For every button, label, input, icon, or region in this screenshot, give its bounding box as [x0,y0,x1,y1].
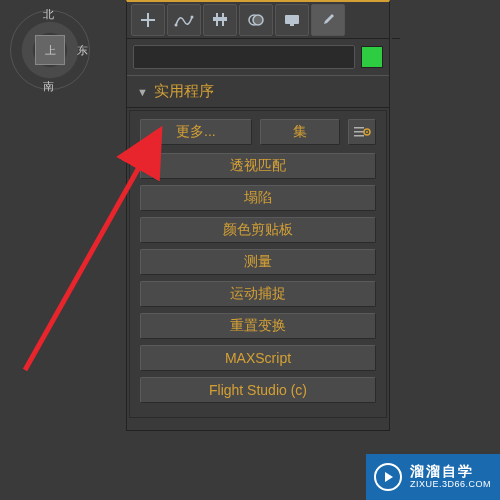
play-icon [374,463,402,491]
svg-rect-11 [354,127,364,129]
utility-flight-studio[interactable]: Flight Studio (c) [140,377,376,403]
viewcube[interactable]: 上 北 东 南 [5,5,95,95]
rollout-title: 实用程序 [154,82,214,101]
svg-point-1 [191,16,194,19]
svg-rect-4 [222,13,224,17]
boolean-tool-icon[interactable] [239,4,273,36]
color-swatch[interactable] [361,46,383,68]
svg-rect-3 [216,13,218,17]
name-input[interactable] [133,45,355,69]
set-button[interactable]: 集 [260,119,340,145]
svg-rect-5 [216,21,218,26]
svg-rect-6 [222,21,224,26]
viewcube-south-label: 南 [43,79,54,94]
create-tool-icon[interactable] [131,4,165,36]
search-row [127,39,389,75]
utilities-tool-icon[interactable] [311,4,345,36]
svg-point-15 [366,131,368,133]
svg-point-0 [175,24,178,27]
utility-maxscript[interactable]: MAXScript [140,345,376,371]
divider-strip [392,38,400,500]
chevron-down-icon: ▼ [137,86,148,98]
rollout-body: 更多... 集 透视匹配 塌陷 颜色剪贴板 测量 运动捕捉 重置变换 MAXSc… [129,110,387,418]
configure-button[interactable] [348,119,376,145]
utility-motion-capture[interactable]: 运动捕捉 [140,281,376,307]
svg-rect-2 [213,17,227,21]
right-background [400,0,500,500]
watermark: 溜溜自学 ZIXUE.3D66.COM [366,454,500,500]
utility-top-row: 更多... 集 [140,119,376,145]
compound-tool-icon[interactable] [203,4,237,36]
svg-rect-13 [354,135,364,137]
shapes-tool-icon[interactable] [167,4,201,36]
svg-rect-9 [285,15,299,24]
viewcube-east-label: 东 [77,43,88,58]
svg-point-8 [253,15,263,25]
rollout-header-utilities[interactable]: ▼ 实用程序 [127,75,389,108]
display-tool-icon[interactable] [275,4,309,36]
viewcube-north-label: 北 [43,7,54,22]
watermark-title: 溜溜自学 [410,464,491,479]
utility-collapse[interactable]: 塌陷 [140,185,376,211]
svg-rect-12 [354,131,364,133]
utility-perspective-match[interactable]: 透视匹配 [140,153,376,179]
more-button[interactable]: 更多... [140,119,252,145]
utility-reset-xform[interactable]: 重置变换 [140,313,376,339]
command-panel: ▼ 实用程序 更多... 集 透视匹配 塌陷 颜色剪贴板 测量 运动捕捉 重置变… [126,38,390,431]
svg-rect-10 [290,24,294,26]
top-toolbar [126,0,390,38]
viewcube-face-top[interactable]: 上 [35,35,65,65]
utility-color-clipboard[interactable]: 颜色剪贴板 [140,217,376,243]
utility-measure[interactable]: 测量 [140,249,376,275]
watermark-url: ZIXUE.3D66.COM [410,480,491,490]
